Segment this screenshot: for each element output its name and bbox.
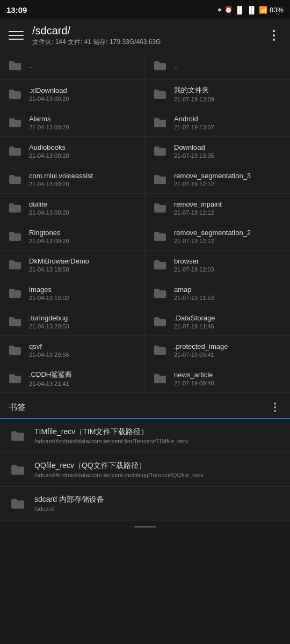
file-date: 21-04-13 20:53 — [29, 323, 138, 330]
list-item[interactable]: Download 21-07-19 13:05 — [145, 137, 290, 165]
file-name: Alarms — [29, 115, 138, 123]
list-item[interactable]: browser 21-07-19 12:03 — [145, 251, 290, 279]
bookmark-item[interactable]: sdcard 内部存储设备 /sdcard — [0, 487, 290, 521]
file-date: 21-04-13 00:20 — [29, 96, 138, 102]
folder-icon — [151, 171, 169, 188]
list-item[interactable]: amap 21-07-19 11:53 — [145, 279, 290, 308]
bookmark-name: sdcard 内部存储设备 — [34, 495, 281, 504]
header-title-block: /sdcard/ 文件夹: 144 文件: 41 储存: 179.33G/463… — [32, 25, 266, 47]
bookmark-name: QQfile_recv（QQ文件下载路径） — [34, 461, 281, 471]
bookmark-list: TIMfile_recv（TIM文件下载路径） /sdcard/Android/… — [0, 419, 290, 521]
list-item[interactable]: Android 21-07-19 13:07 — [145, 108, 290, 137]
folder-icon — [6, 85, 24, 103]
file-name: news_article — [174, 371, 284, 379]
bookmark-item[interactable]: TIMfile_recv（TIM文件下载路径） /sdcard/Android/… — [0, 419, 290, 453]
file-name: DkMiBrowserDemo — [29, 257, 138, 265]
list-item[interactable]: remove_segmentation_3 21-07-19 12:12 — [145, 165, 290, 194]
list-item[interactable]: Ringtones 21-04-13 00:20 — [0, 222, 145, 251]
file-name: .CDDH鲨鲨酱 — [29, 370, 138, 379]
folder-icon — [6, 228, 24, 245]
folder-icon — [151, 341, 169, 358]
folder-icon — [151, 114, 169, 131]
file-date: 21-07-19 09:41 — [174, 352, 284, 358]
bookmark-path: /sdcard/Android/data/com.tencent.tim/Ten… — [34, 438, 281, 444]
file-name: remove_segmentation_2 — [174, 229, 284, 237]
folder-icon — [6, 142, 24, 159]
file-date: 21-04-13 18:58 — [29, 266, 138, 273]
file-name: .xlDownload — [29, 86, 138, 94]
file-name: amap — [174, 286, 284, 294]
signal-icon-2: ▐▌ — [247, 6, 257, 14]
list-item[interactable]: .. — [0, 52, 145, 80]
file-grid: .. .. .xlDownload 21-04-13 00:20 我的文件夹 2 — [0, 52, 290, 393]
list-item[interactable]: remove_inpaint 21-07-19 12:12 — [145, 194, 290, 222]
folder-icon — [6, 171, 24, 188]
list-item[interactable]: .turingdebug 21-04-13 20:53 — [0, 308, 145, 336]
folder-icon — [151, 370, 169, 387]
file-name: Ringtones — [29, 229, 138, 237]
bookmarks-more-button[interactable] — [269, 401, 281, 414]
file-date: 21-04-13 21:41 — [29, 380, 138, 387]
file-name: remove_inpaint — [174, 200, 284, 208]
folder-icon — [151, 284, 169, 302]
bookmarks-section: 书签 TIMfile_recv（TIM文件下载路径） /sdcard/Andro… — [0, 393, 290, 521]
folder-icon — [6, 199, 24, 216]
file-date: 21-07-19 13:05 — [174, 152, 284, 159]
list-item[interactable]: DkMiBrowserDemo 21-04-13 18:58 — [0, 251, 145, 279]
folder-icon — [6, 341, 24, 358]
file-date: 21-04-13 00:20 — [29, 152, 138, 159]
file-date: 21-07-19 12:12 — [174, 209, 284, 216]
list-item[interactable]: duilite 21-04-13 00:20 — [0, 194, 145, 222]
file-date: 21-07-19 08:40 — [174, 380, 284, 386]
file-name: com.miui.voiceassist — [29, 172, 138, 180]
folder-icon — [9, 460, 27, 479]
bottom-indicator — [134, 526, 156, 528]
folder-icon — [6, 370, 24, 387]
bluetooth-icon: ∗ — [217, 6, 222, 13]
file-name: remove_segmentation_3 — [174, 172, 284, 180]
list-item[interactable]: Audiobooks 21-04-13 00:20 — [0, 137, 145, 165]
list-item[interactable]: Alarms 21-04-13 00:20 — [0, 108, 145, 137]
file-name: duilite — [29, 200, 138, 208]
app-header: /sdcard/ 文件夹: 144 文件: 41 储存: 179.33G/463… — [0, 19, 290, 52]
status-icons: ∗ ⏰ ▐▌ ▐▌ 📶 83% — [217, 6, 284, 14]
battery-indicator: 83% — [270, 6, 284, 14]
file-name: .turingdebug — [29, 314, 138, 322]
list-item[interactable]: news_article 21-07-19 08:40 — [145, 364, 290, 393]
list-item[interactable]: qsvf 21-04-13 20:56 — [0, 336, 145, 364]
bookmark-item[interactable]: QQfile_recv（QQ文件下载路径） /sdcard/Android/da… — [0, 453, 290, 487]
file-date: 21-04-13 00:20 — [29, 124, 138, 130]
list-item[interactable]: .DataStorage 21-07-19 11:46 — [145, 308, 290, 336]
folder-icon — [151, 142, 169, 159]
list-item[interactable]: images 21-04-13 19:02 — [0, 279, 145, 308]
bookmark-path: /sdcard — [34, 506, 281, 512]
file-name: .protected_image — [174, 342, 284, 350]
file-date: 21-07-19 12:12 — [174, 181, 284, 187]
bookmark-path: /sdcard/Android/data/com.tencent.mobileq… — [34, 472, 281, 478]
list-item[interactable]: .CDDH鲨鲨酱 21-04-13 21:41 — [0, 364, 145, 393]
file-name: Audiobooks — [29, 143, 138, 151]
file-date: 21-04-13 00:20 — [29, 238, 138, 244]
signal-icon-1: ▐▌ — [235, 6, 244, 14]
file-date: 21-04-13 00:20 — [29, 181, 138, 187]
more-options-button[interactable] — [266, 28, 281, 43]
list-item[interactable]: com.miui.voiceassist 21-04-13 00:20 — [0, 165, 145, 194]
file-name: Download — [174, 143, 284, 151]
file-date: 21-07-19 13:09 — [174, 96, 284, 103]
list-item[interactable]: 我的文件夹 21-07-19 13:09 — [145, 80, 290, 108]
bottom-bar — [0, 521, 290, 533]
file-date: 21-04-13 20:56 — [29, 352, 138, 358]
list-item[interactable]: remove_segmentation_2 21-07-19 12:12 — [145, 222, 290, 251]
folder-icon — [6, 256, 24, 273]
folder-icon — [9, 427, 27, 445]
list-item[interactable]: .. — [145, 52, 290, 80]
folder-icon — [6, 284, 24, 302]
file-name: Android — [174, 115, 284, 123]
hamburger-menu-button[interactable] — [9, 28, 24, 43]
folder-icon — [6, 114, 24, 131]
folder-icon — [6, 57, 24, 74]
wifi-icon: 📶 — [259, 6, 267, 14]
file-date: 21-07-19 11:46 — [174, 323, 284, 330]
list-item[interactable]: .xlDownload 21-04-13 00:20 — [0, 80, 145, 108]
list-item[interactable]: .protected_image 21-07-19 09:41 — [145, 336, 290, 364]
